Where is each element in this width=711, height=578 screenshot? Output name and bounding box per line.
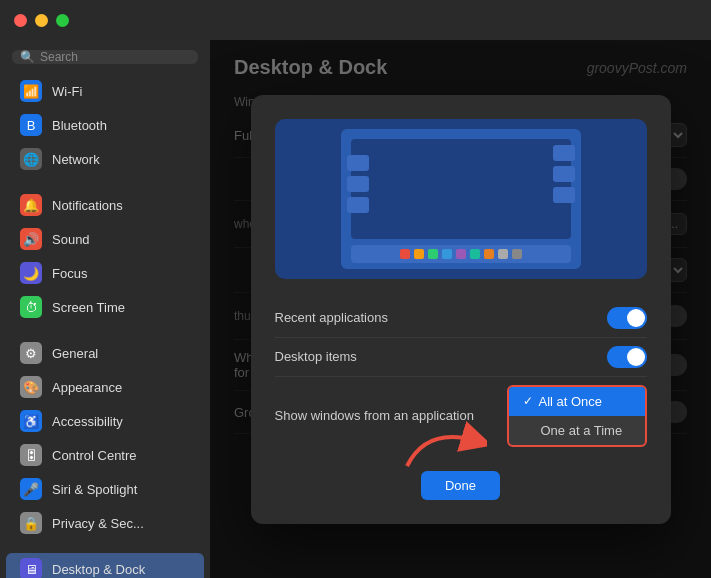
dock-dot-3 (428, 249, 438, 259)
show-windows-row: Show windows from an application ✓ All a… (275, 377, 647, 455)
sidebar-label-control-centre: Control Centre (52, 448, 137, 463)
sidebar-label-privacy: Privacy & Sec... (52, 516, 144, 531)
recent-apps-toggle[interactable] (607, 307, 647, 329)
sound-icon: 🔊 (20, 228, 42, 250)
show-windows-label: Show windows from an application (275, 408, 474, 423)
dock-apps-right (547, 139, 581, 209)
sidebar-label-appearance: Appearance (52, 380, 122, 395)
sidebar-item-control-centre[interactable]: 🎛 Control Centre (6, 439, 204, 471)
sidebar-label-general: General (52, 346, 98, 361)
dock-dot-5 (456, 249, 466, 259)
modal-dialog: Recent applications Desktop items Show w… (251, 95, 671, 524)
dock-app-1 (347, 155, 369, 171)
modal-recent-apps-row: Recent applications (275, 299, 647, 338)
sidebar-item-notifications[interactable]: 🔔 Notifications (6, 189, 204, 221)
general-icon: ⚙ (20, 342, 42, 364)
sidebar-item-wifi[interactable]: 📶 Wi-Fi (6, 75, 204, 107)
privacy-icon: 🔒 (20, 512, 42, 534)
search-placeholder: Search (40, 50, 78, 64)
dock-preview (275, 119, 647, 279)
sidebar: 🔍 Search 📶 Wi-Fi B Bluetooth 🌐 Network 🔔… (0, 40, 210, 578)
sidebar-item-screen-time[interactable]: ⏱ Screen Time (6, 291, 204, 323)
dock-screen-inner (351, 139, 571, 239)
sidebar-item-bluetooth[interactable]: B Bluetooth (6, 109, 204, 141)
siri-icon: 🎤 (20, 478, 42, 500)
dropdown-item-all-at-once[interactable]: ✓ All at Once (509, 387, 645, 416)
control-centre-icon: 🎛 (20, 444, 42, 466)
dock-app-r2 (553, 166, 575, 182)
desktop-items-toggle[interactable] (607, 346, 647, 368)
modal-desktop-items-row: Desktop items (275, 338, 647, 377)
dock-apps-left (341, 149, 375, 219)
dropdown-item-one-at-a-time[interactable]: One at a Time (509, 416, 645, 445)
sidebar-label-accessibility: Accessibility (52, 414, 123, 429)
sidebar-label-sound: Sound (52, 232, 90, 247)
bluetooth-icon: B (20, 114, 42, 136)
sidebar-item-privacy[interactable]: 🔒 Privacy & Sec... (6, 507, 204, 539)
main-content: 🔍 Search 📶 Wi-Fi B Bluetooth 🌐 Network 🔔… (0, 40, 711, 578)
title-bar (0, 0, 711, 40)
sidebar-label-desktop-dock: Desktop & Dock (52, 562, 145, 577)
dock-app-2 (347, 176, 369, 192)
sidebar-item-general[interactable]: ⚙ General (6, 337, 204, 369)
sidebar-label-screen-time: Screen Time (52, 300, 125, 315)
dropdown-option-1: All at Once (539, 394, 603, 409)
sidebar-item-appearance[interactable]: 🎨 Appearance (6, 371, 204, 403)
network-icon: 🌐 (20, 148, 42, 170)
maximize-button[interactable] (56, 14, 69, 27)
sidebar-item-network[interactable]: 🌐 Network (6, 143, 204, 175)
sidebar-item-focus[interactable]: 🌙 Focus (6, 257, 204, 289)
sidebar-label-network: Network (52, 152, 100, 167)
dropdown-option-2: One at a Time (541, 423, 623, 438)
sidebar-item-sound[interactable]: 🔊 Sound (6, 223, 204, 255)
dropdown-popup: ✓ All at Once One at a Time (507, 385, 647, 447)
dock-app-r1 (553, 145, 575, 161)
dock-app-r3 (553, 187, 575, 203)
checkmark-icon: ✓ (523, 394, 533, 408)
close-button[interactable] (14, 14, 27, 27)
appearance-icon: 🎨 (20, 376, 42, 398)
sidebar-label-bluetooth: Bluetooth (52, 118, 107, 133)
search-icon: 🔍 (20, 50, 35, 64)
sidebar-item-accessibility[interactable]: ♿ Accessibility (6, 405, 204, 437)
minimize-button[interactable] (35, 14, 48, 27)
focus-icon: 🌙 (20, 262, 42, 284)
done-button[interactable]: Done (421, 471, 500, 500)
notifications-icon: 🔔 (20, 194, 42, 216)
accessibility-icon: ♿ (20, 410, 42, 432)
sidebar-label-notifications: Notifications (52, 198, 123, 213)
dock-app-3 (347, 197, 369, 213)
dock-bar (351, 245, 571, 263)
right-panel: Desktop & Dock groovyPost.com Windows & … (210, 40, 711, 578)
screen-time-icon: ⏱ (20, 296, 42, 318)
modal-overlay: Recent applications Desktop items Show w… (210, 40, 711, 578)
search-box[interactable]: 🔍 Search (12, 50, 198, 64)
dock-dot-8 (498, 249, 508, 259)
desktop-dock-icon: 🖥 (20, 558, 42, 578)
dock-dot-2 (414, 249, 424, 259)
wifi-icon: 📶 (20, 80, 42, 102)
dropdown-container: ✓ All at Once One at a Time (507, 385, 647, 447)
dock-dot-1 (400, 249, 410, 259)
dock-dot-7 (484, 249, 494, 259)
recent-apps-label: Recent applications (275, 310, 388, 325)
sidebar-label-focus: Focus (52, 266, 87, 281)
sidebar-item-siri[interactable]: 🎤 Siri & Spotlight (6, 473, 204, 505)
sidebar-item-desktop-dock[interactable]: 🖥 Desktop & Dock (6, 553, 204, 578)
dock-dot-4 (442, 249, 452, 259)
sidebar-label-siri: Siri & Spotlight (52, 482, 137, 497)
dock-screen (341, 129, 581, 269)
desktop-items-label: Desktop items (275, 349, 357, 364)
sidebar-label-wifi: Wi-Fi (52, 84, 82, 99)
dock-dot-6 (470, 249, 480, 259)
dock-dot-9 (512, 249, 522, 259)
